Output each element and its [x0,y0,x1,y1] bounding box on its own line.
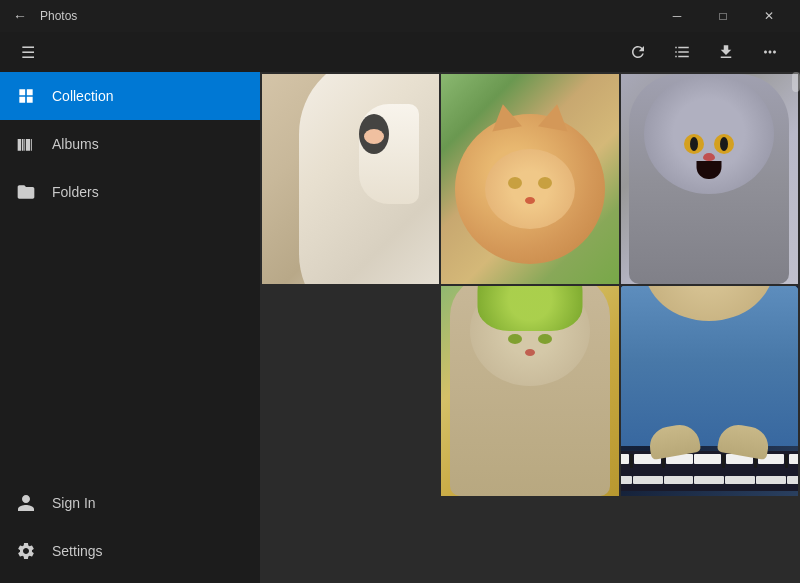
refresh-icon [629,43,647,61]
sidebar-item-albums[interactable]: Albums [0,120,260,168]
hamburger-button[interactable]: ☰ [12,36,44,68]
photo-cell-5[interactable] [621,286,798,496]
photo-empty [262,286,439,496]
back-icon[interactable]: ← [8,4,32,28]
collection-icon [16,86,36,106]
folders-label: Folders [52,184,99,200]
sidebar-item-settings[interactable]: Settings [0,527,260,575]
import-icon [717,43,735,61]
settings-label: Settings [52,543,103,559]
title-bar-left: ← Photos [8,4,654,28]
photo-cell-2[interactable] [441,74,618,284]
title-controls: ─ □ ✕ [654,0,792,32]
import-button[interactable] [708,34,744,70]
sidebar-bottom: Sign In Settings [0,479,260,583]
sidebar-item-collection[interactable]: Collection [0,72,260,120]
folders-icon [16,182,36,202]
photo-cell-4[interactable] [441,286,618,496]
refresh-button[interactable] [620,34,656,70]
more-button[interactable] [752,34,788,70]
more-icon [761,43,779,61]
photo-cell-3[interactable] [621,74,798,284]
app-title: Photos [40,9,77,23]
title-bar: ← Photos ─ □ ✕ [0,0,800,32]
minimize-button[interactable]: ─ [654,0,700,32]
content-area[interactable] [260,72,800,583]
sidebar-item-folders[interactable]: Folders [0,168,260,216]
app-body: ☰ [0,32,800,583]
photo-grid [260,72,800,498]
sidebar: Collection Albums Folders [0,32,260,583]
albums-label: Albums [52,136,99,152]
scrollbar-track [792,72,800,583]
filter-button[interactable] [664,34,700,70]
scrollbar-thumb[interactable] [792,72,800,92]
signin-icon [16,493,36,513]
sidebar-item-signin[interactable]: Sign In [0,479,260,527]
filter-icon [673,43,691,61]
sidebar-top: Collection Albums Folders [0,72,260,479]
close-button[interactable]: ✕ [746,0,792,32]
maximize-button[interactable]: □ [700,0,746,32]
albums-icon [16,134,36,154]
collection-label: Collection [52,88,113,104]
signin-label: Sign In [52,495,96,511]
toolbar: ☰ [0,32,800,72]
settings-icon [16,541,36,561]
photo-cell-1[interactable] [262,74,439,284]
